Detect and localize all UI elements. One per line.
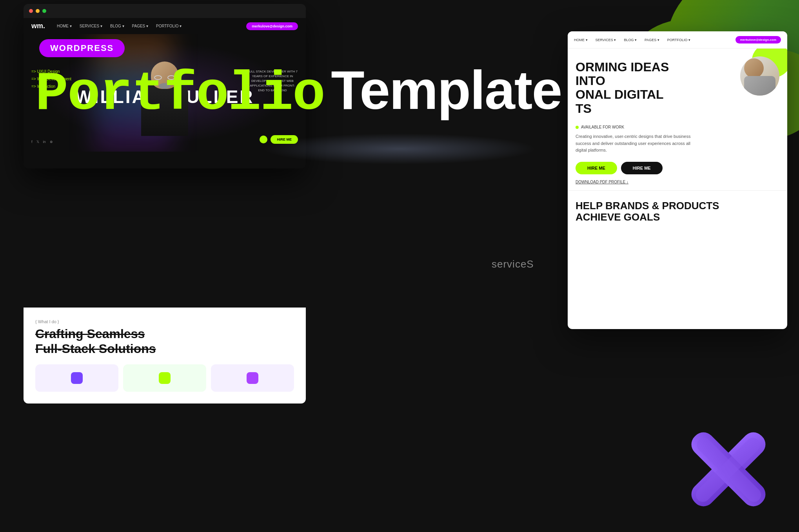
hero-cta: HIRE ME <box>260 135 298 144</box>
dot-green <box>42 9 46 13</box>
crafting-line1: Crafting Seamless <box>35 327 145 341</box>
hero-title-line1: ORMING IDEAS INTO <box>576 60 669 88</box>
nav-portfolio[interactable]: PORTFOLIO ▾ <box>156 24 182 28</box>
avatar-head <box>744 58 764 78</box>
help-brands-title: HELP BRANDS & PRODUCTS ACHIEVE GOALS <box>576 200 779 223</box>
light-nav-portfolio[interactable]: PORTFOLIO ▾ <box>667 38 690 42</box>
screen-light: HOME ▾ SERVICES ▾ BLOG ▾ PAGES ▾ PORTFOL… <box>568 31 787 329</box>
hero-title-line2: ONAL DIGITAL <box>576 87 664 101</box>
social-github[interactable]: ⊕ <box>50 140 53 144</box>
available-dot <box>576 126 579 129</box>
light-nav: HOME ▾ SERVICES ▾ BLOG ▾ PAGES ▾ PORTFOL… <box>568 31 787 49</box>
social-linkedin[interactable]: in <box>43 140 46 144</box>
light-nav-home[interactable]: HOME ▾ <box>574 38 588 42</box>
crafting-line2: Full-Stack Solutions <box>35 342 156 356</box>
hire-btn-dark-light[interactable]: HIRE ME <box>621 162 663 174</box>
nav-blog[interactable]: BLOG ▾ <box>110 24 124 28</box>
download-link[interactable]: DOWNLOAD PDF PROFILE ↓ <box>576 180 779 184</box>
light-nav-pages[interactable]: PAGES ▾ <box>645 38 659 42</box>
hire-btn-green-light[interactable]: HIRE ME <box>576 162 617 174</box>
dot-yellow <box>36 9 40 13</box>
light-nav-services[interactable]: SERVICES ▾ <box>596 38 616 42</box>
light-hero-title: ORMING IDEAS INTO ONAL DIGITAL TS <box>576 60 701 116</box>
dark-nav: wm. HOME ▾ SERVICES ▾ BLOG ▾ PAGES ▾ POR… <box>24 18 306 34</box>
light-description: Creating innovative, user-centric design… <box>576 133 693 154</box>
hero-title-line3: TS <box>576 101 592 116</box>
light-available-section: AVAILABLE FOR WORK Creating innovative, … <box>568 123 787 190</box>
nav-services[interactable]: SERVICES ▾ <box>80 24 102 28</box>
title-portfolio: Portfolio <box>35 67 325 122</box>
wordpress-badge: WORDPRESS <box>39 39 125 57</box>
service-card-3 <box>211 364 294 392</box>
main-title: Portfolio Template <box>35 63 561 122</box>
service-card-1 <box>35 364 118 392</box>
light-cta-row: HIRE ME HIRE ME <box>576 162 779 174</box>
title-template: Template <box>331 63 561 118</box>
below-dark-screen: { What I do } Crafting Seamless Full-Sta… <box>24 308 306 404</box>
service-icons-row <box>35 364 294 392</box>
social-twitter[interactable]: 𝕏 <box>36 140 39 144</box>
dot-red <box>29 9 33 13</box>
dark-nav-cta[interactable]: merkulove@design.com <box>246 22 298 30</box>
service-card-2 <box>123 364 206 392</box>
browser-bar <box>24 4 306 18</box>
dark-logo: wm. <box>31 22 45 30</box>
bg-x-shape <box>674 414 783 524</box>
help-brands-line1: HELP BRANDS & PRODUCTS <box>576 200 719 212</box>
nav-pages[interactable]: PAGES ▾ <box>132 24 149 28</box>
social-facebook[interactable]: f <box>31 140 33 144</box>
light-nav-cta[interactable]: merkulove@design.com <box>735 36 781 43</box>
light-hero: ORMING IDEAS INTO ONAL DIGITAL TS <box>568 49 787 123</box>
what-i-do-label: { What I do } <box>35 319 294 324</box>
stack-text: Stack <box>62 342 95 356</box>
available-badge: AVAILABLE FOR WORK <box>576 125 624 129</box>
crafting-title: Crafting Seamless Full-Stack Solutions <box>35 326 294 356</box>
light-nav-blog[interactable]: BLOG ▾ <box>624 38 637 42</box>
dark-nav-links: HOME ▾ SERVICES ▾ BLOG ▾ PAGES ▾ PORTFOL… <box>57 24 234 28</box>
light-section-2: HELP BRANDS & PRODUCTS ACHIEVE GOALS <box>568 190 787 232</box>
help-brands-line2: ACHIEVE GOALS <box>576 211 660 223</box>
services-label: serviceS <box>492 258 534 270</box>
hire-btn-green[interactable]: HIRE ME <box>271 135 298 144</box>
dark-social: f 𝕏 in ⊕ <box>31 140 53 144</box>
light-hero-avatar <box>740 56 779 96</box>
available-label: AVAILABLE FOR WORK <box>581 125 624 129</box>
nav-home[interactable]: HOME ▾ <box>57 24 72 28</box>
